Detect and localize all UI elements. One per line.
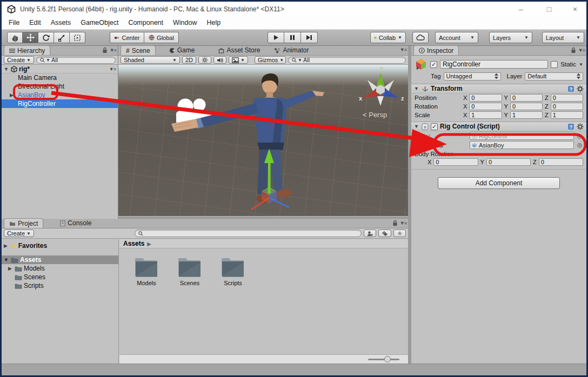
add-component-button[interactable]: Add Component xyxy=(438,177,560,189)
hierarchy-create-button[interactable]: Create▼ xyxy=(4,56,34,64)
body-rotation-z-field[interactable]: 0 xyxy=(539,158,583,166)
panel-menu-icon[interactable]: ▼≡ xyxy=(578,48,585,53)
shading-mode-dropdown[interactable]: Shaded▼ xyxy=(121,56,180,64)
layer-dropdown[interactable]: Default xyxy=(525,72,583,80)
active-checkbox[interactable]: ✓ xyxy=(430,61,437,68)
pivot-global-button[interactable]: Global xyxy=(144,32,179,43)
position-z-field[interactable]: 0 xyxy=(551,94,583,102)
panel-menu-icon[interactable]: ▼≡ xyxy=(400,220,406,226)
move-tool-button[interactable] xyxy=(23,32,38,43)
slider-knob[interactable] xyxy=(384,356,391,362)
asset-folder-scripts[interactable]: Scripts xyxy=(219,256,247,286)
search-by-label-button[interactable] xyxy=(378,230,391,237)
orientation-gizmo[interactable]: y x z xyxy=(356,65,406,113)
pause-button[interactable] xyxy=(284,32,301,43)
project-create-button[interactable]: Create▼ xyxy=(4,230,34,237)
scene-search-input[interactable]: ▼All xyxy=(288,57,406,64)
step-button[interactable] xyxy=(301,32,318,43)
name-field[interactable]: RigController xyxy=(440,60,548,69)
tab-scene[interactable]: #Scene xyxy=(121,45,156,55)
hierarchy-search-input[interactable]: ▼All xyxy=(36,57,116,64)
object-picker-icon[interactable]: ◎ xyxy=(576,132,583,139)
body-rotation-x-field[interactable]: 0 xyxy=(433,158,478,166)
tree-assets-root[interactable]: ▼Assets xyxy=(2,255,118,264)
lock-icon[interactable] xyxy=(392,220,398,226)
position-x-field[interactable]: 0 xyxy=(469,94,502,102)
foldout-icon[interactable]: ▼ xyxy=(414,86,419,91)
effects-dropdown-button[interactable]: ▼ xyxy=(229,56,248,64)
scene-header-row[interactable]: ▼ rig* ▼≡ xyxy=(2,65,118,73)
project-search-input[interactable] xyxy=(135,230,362,237)
search-by-type-button[interactable] xyxy=(364,230,376,237)
rotation-x-field[interactable]: 0 xyxy=(469,103,502,110)
static-dropdown-icon[interactable]: ▼ xyxy=(579,62,583,67)
close-button[interactable]: × xyxy=(566,2,584,16)
scene-viewport[interactable]: y x z < Persp xyxy=(118,65,408,216)
audio-toggle-button[interactable] xyxy=(213,56,226,64)
hierarchy-item-asianboy[interactable]: ▶AsianBoy xyxy=(2,91,118,99)
scale-tool-button[interactable] xyxy=(54,32,70,43)
layers-dropdown[interactable]: Layers▼ xyxy=(489,32,532,43)
hierarchy-item-directional-light[interactable]: Directional Light xyxy=(2,82,118,91)
menu-edit[interactable]: Edit xyxy=(24,17,46,29)
gear-icon[interactable] xyxy=(577,123,584,130)
menu-help[interactable]: Help xyxy=(202,17,225,29)
expand-icon[interactable]: ▶ xyxy=(10,92,15,98)
hierarchy-item-main-camera[interactable]: Main Camera xyxy=(2,73,118,82)
asset-folder-scenes[interactable]: Scenes xyxy=(176,256,204,286)
rotate-tool-button[interactable] xyxy=(38,32,54,43)
rig-control-component-header[interactable]: ▼ # ✓ Rig Control (Script) ? xyxy=(411,122,586,131)
body-rotation-y-field[interactable]: 0 xyxy=(486,158,531,166)
static-checkbox[interactable] xyxy=(551,61,558,68)
scene-menu-icon[interactable]: ▼≡ xyxy=(109,66,116,72)
search-favorites-button[interactable]: ★ xyxy=(393,230,406,237)
rotation-z-field[interactable]: 0 xyxy=(551,103,583,110)
title-bar[interactable]: Unity 5.6.2f1 Personal (64bit) - rig.uni… xyxy=(2,2,586,16)
tree-favorites[interactable]: ▶★Favorites xyxy=(2,241,118,250)
thumbnail-zoom-slider[interactable] xyxy=(368,359,399,360)
menu-file[interactable]: File xyxy=(4,17,24,29)
foldout-icon[interactable]: ▼ xyxy=(4,66,9,72)
2d-toggle-button[interactable]: 2D xyxy=(182,56,196,64)
hand-tool-button[interactable] xyxy=(7,32,23,43)
help-icon[interactable]: ? xyxy=(567,85,574,92)
scale-y-field[interactable]: 1 xyxy=(510,111,543,119)
scale-x-field[interactable]: 1 xyxy=(469,111,502,119)
foldout-icon[interactable]: ▼ xyxy=(414,124,419,129)
maximize-button[interactable]: □ xyxy=(540,2,558,16)
tab-asset-store[interactable]: Asset Store xyxy=(213,45,265,55)
collab-button[interactable]: Collab▼ xyxy=(370,32,406,43)
layout-dropdown[interactable]: Layout▼ xyxy=(542,32,584,43)
menu-window[interactable]: Window xyxy=(168,17,202,29)
panel-menu-icon[interactable]: ▼≡ xyxy=(110,48,116,53)
gizmos-dropdown[interactable]: Gizmos▼ xyxy=(255,56,286,64)
tab-animator[interactable]: Animator xyxy=(269,45,313,55)
component-enabled-checkbox[interactable]: ✓ xyxy=(431,123,438,130)
rect-tool-button[interactable] xyxy=(70,32,85,43)
cloud-button[interactable] xyxy=(412,32,429,43)
tab-game[interactable]: Game xyxy=(164,45,200,55)
tab-inspector[interactable]: Inspector xyxy=(413,45,459,55)
pivot-center-button[interactable]: Center xyxy=(110,32,144,43)
perspective-label[interactable]: < Persp xyxy=(363,111,387,119)
play-button[interactable] xyxy=(268,32,284,43)
breadcrumb[interactable]: Assets▶ xyxy=(119,239,408,248)
lighting-toggle-button[interactable] xyxy=(198,56,211,64)
tag-dropdown[interactable]: Untagged xyxy=(444,72,501,80)
lock-icon[interactable] xyxy=(571,47,576,53)
scale-z-field[interactable]: 1 xyxy=(551,111,583,119)
rotation-y-field[interactable]: 0 xyxy=(510,103,543,110)
menu-assets[interactable]: Assets xyxy=(46,17,76,29)
help-icon[interactable]: ? xyxy=(567,123,574,130)
menu-gameobject[interactable]: GameObject xyxy=(76,17,123,29)
character-asianboy[interactable] xyxy=(166,69,328,216)
tab-hierarchy[interactable]: Hierarchy xyxy=(4,45,50,55)
tab-console[interactable]: Console xyxy=(55,218,96,228)
tree-scenes[interactable]: Scenes xyxy=(2,273,118,281)
menu-component[interactable]: Component xyxy=(123,17,168,29)
object-picker-icon[interactable]: ◎ xyxy=(576,142,583,149)
minimize-button[interactable]: – xyxy=(512,2,530,16)
tree-scripts[interactable]: Scripts xyxy=(2,281,118,290)
position-y-field[interactable]: 0 xyxy=(510,94,543,102)
asset-folder-models[interactable]: Models xyxy=(132,256,161,286)
